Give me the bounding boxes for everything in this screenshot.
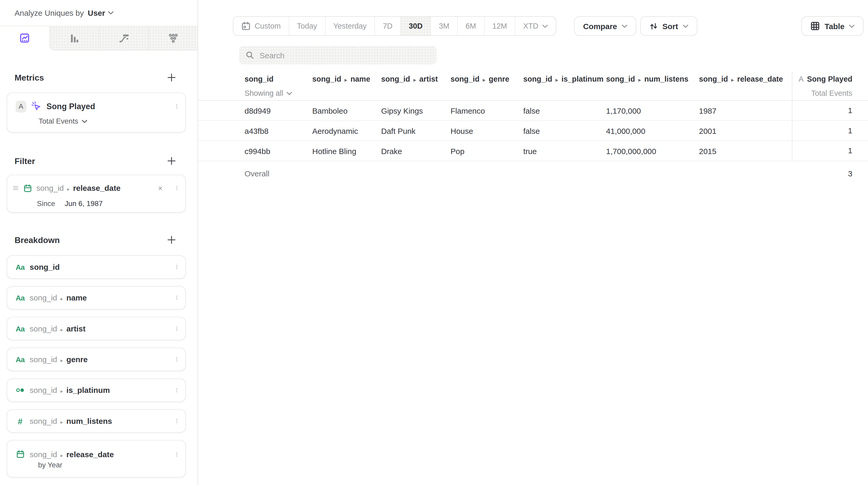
tab-line-chart[interactable] (0, 26, 49, 51)
column-header[interactable]: song_id genre (451, 75, 523, 83)
date-range-segment[interactable]: 7D (374, 17, 400, 35)
chevron-down-icon (622, 24, 627, 28)
cell-genre: Flamenco (451, 106, 523, 115)
kebab-menu-icon[interactable] (176, 294, 178, 302)
filter-card[interactable]: song_id release_date Since Jun 6, 1987 (7, 175, 186, 213)
filter-condition-row[interactable]: Since Jun 6, 1987 (37, 199, 178, 208)
date-range-label: Today (297, 22, 317, 30)
column-header[interactable]: song_id is_platinum (523, 75, 606, 83)
subproperty-name: artist (419, 75, 438, 83)
filter-property-path: song_id release_date (36, 184, 121, 193)
cell-release-date: 2015 (699, 147, 792, 155)
column-header[interactable]: song_id (245, 75, 312, 83)
calendar-icon (23, 184, 32, 192)
breakdown-section-header: Breakdown (0, 235, 197, 245)
add-breakdown-button[interactable] (166, 234, 177, 245)
overall-label: Overall (245, 169, 792, 178)
metric-card[interactable]: A Song Played Total Events (7, 92, 186, 133)
metric-column-header[interactable]: A Song Played (792, 72, 868, 86)
date-range-segment[interactable]: XTD (515, 17, 556, 35)
kebab-menu-icon[interactable] (176, 184, 178, 193)
date-range-segment[interactable]: Custom (233, 17, 288, 35)
filter-value[interactable]: Jun 6, 1987 (65, 199, 102, 208)
subproperty-name: release_date (737, 75, 783, 83)
date-range-label: 3M (439, 22, 449, 30)
cell-is-platinum: false (523, 106, 606, 115)
path-separator (639, 75, 641, 83)
cell-metric-value: 1 (792, 121, 868, 141)
date-range-segment[interactable]: Yesterday (325, 17, 374, 35)
aggregation-dropdown[interactable]: Total Events (38, 117, 178, 125)
remove-filter-icon[interactable] (157, 185, 163, 191)
number-property-icon: # (16, 416, 25, 426)
cell-song-id: c994bb (245, 147, 312, 155)
cell-release-date: 2001 (699, 126, 792, 135)
date-range-label: 30D (409, 22, 423, 30)
analyze-label: Analyze Uniques by (14, 8, 84, 17)
cell-song-id: d8d949 (245, 106, 312, 115)
view-type-button[interactable]: Table (802, 16, 864, 36)
column-path: song_id num_listens (606, 75, 699, 83)
filter-property-row: song_id release_date (13, 182, 178, 194)
path-separator (413, 75, 416, 83)
property-name: song_id (30, 417, 57, 425)
column-path: song_id release_date (699, 75, 792, 83)
cell-name: Aerodynamic (312, 126, 381, 135)
path-separator (60, 294, 63, 302)
path-separator (60, 386, 63, 394)
subproperty-name: release_date (66, 450, 114, 459)
drag-handle-icon[interactable] (13, 186, 19, 190)
column-header[interactable]: song_id name (312, 75, 381, 83)
add-metric-button[interactable] (166, 72, 177, 83)
metric-aggregation-label: Total Events (792, 86, 868, 100)
filter-operator[interactable]: Since (37, 199, 55, 208)
metric-letter: A (799, 75, 803, 83)
metrics-section-header: Metrics (0, 72, 197, 82)
date-range-segment[interactable]: 12M (484, 17, 515, 35)
column-header[interactable]: song_id release_date (699, 75, 792, 83)
add-filter-button[interactable] (166, 155, 177, 166)
chevron-down-icon (849, 24, 855, 28)
subproperty-name: genre (66, 355, 88, 364)
date-range-control: Custom Today Yesterday 7D (233, 16, 556, 36)
column-header[interactable]: song_id artist (381, 75, 450, 83)
compare-button[interactable]: Compare (574, 16, 636, 36)
date-range-segment[interactable]: 6M (457, 17, 484, 35)
date-range-label: Yesterday (333, 22, 367, 30)
kebab-menu-icon[interactable] (176, 417, 178, 425)
breakdown-card[interactable]: Aa song_id name (7, 286, 186, 310)
column-header[interactable]: song_id num_listens (606, 75, 699, 83)
tab-flow[interactable] (98, 26, 148, 51)
tab-bar-chart[interactable] (49, 26, 99, 51)
property-name: song_id (30, 294, 57, 302)
sort-button[interactable]: Sort (640, 16, 697, 36)
breakdown-card[interactable]: Aa song_id (7, 255, 186, 279)
breakdown-card[interactable]: Aa song_id genre (7, 347, 186, 371)
date-range-segment[interactable]: 30D (400, 17, 431, 35)
kebab-menu-icon[interactable] (176, 450, 178, 459)
analyze-by-dropdown[interactable]: User (88, 8, 113, 17)
search-input[interactable] (260, 51, 430, 60)
kebab-menu-icon[interactable] (176, 355, 178, 364)
report-main: Custom Today Yesterday 7D (198, 0, 868, 485)
breakdown-card[interactable]: song_id is_platinum (7, 378, 186, 402)
kebab-menu-icon[interactable] (176, 386, 178, 394)
table-row: d8d949 Bamboleo Gipsy Kings Flamenco fal… (198, 101, 868, 121)
column-path: song_id artist (381, 75, 450, 83)
event-click-icon (31, 101, 41, 111)
breakdown-card[interactable]: # song_id num_listens (7, 409, 186, 433)
table-search[interactable] (239, 46, 437, 64)
date-range-label: 7D (383, 22, 393, 30)
tab-grid-dots[interactable] (148, 26, 197, 51)
toolbar: Custom Today Yesterday 7D (233, 16, 864, 36)
kebab-menu-icon[interactable] (176, 102, 178, 111)
kebab-menu-icon[interactable] (176, 263, 178, 271)
date-range-segment[interactable]: 3M (430, 17, 457, 35)
breakdown-modifier[interactable]: by Year (38, 461, 178, 469)
breakdown-card[interactable]: Aa song_id artist (7, 317, 186, 340)
breakdown-card[interactable]: song_id release_date by Year (7, 440, 186, 477)
line-chart-icon (19, 33, 30, 44)
date-range-segment[interactable]: Today (288, 17, 325, 35)
kebab-menu-icon[interactable] (176, 324, 178, 333)
showing-all-dropdown[interactable]: Showing all (245, 89, 792, 97)
